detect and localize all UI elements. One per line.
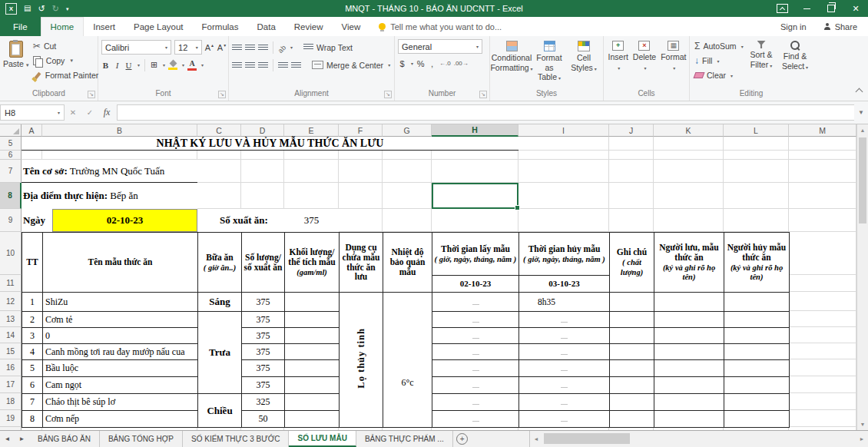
grid-cell[interactable] [383, 160, 432, 183]
cell-qty[interactable]: 50 [242, 411, 285, 428]
cell-qty[interactable]: 325 [242, 394, 285, 411]
grid-cell[interactable] [197, 183, 241, 209]
ribbon-display-options-icon[interactable] [770, 0, 794, 17]
cell-time-destroyed[interactable] [519, 328, 610, 344]
sheet-tab-so-luu-mau[interactable]: SỔ LƯU MẪU [289, 431, 356, 447]
row-header-13[interactable]: 13 [0, 311, 22, 327]
excel-logo-icon[interactable]: X [5, 3, 17, 15]
format-painter-button[interactable]: Format Painter [31, 68, 100, 82]
header-destroyer[interactable]: Người hủy mẫu thức ăn(ký và ghi rõ họ tê… [724, 233, 790, 293]
cell-time-taken[interactable] [432, 328, 519, 344]
grid-cell[interactable] [789, 343, 856, 359]
row-header-11[interactable]: 11 [0, 275, 22, 292]
header-keeper[interactable]: Người lưu, mẫu thức ăn(ký và ghi rõ họ t… [654, 233, 724, 293]
conditional-formatting-button[interactable]: Conditional Formatting▾ [493, 39, 530, 89]
percent-style-button[interactable]: % [416, 59, 425, 68]
comma-style-button[interactable]: , [428, 59, 436, 68]
scroll-down-icon[interactable]: ▼ [857, 419, 868, 430]
cell-note[interactable] [610, 411, 654, 428]
grid-cell[interactable] [654, 209, 724, 232]
header-volume[interactable]: Khối lượng/ thể tích mẫu(gam/ml) [285, 233, 340, 293]
cell-temperature[interactable]: 6°c [383, 293, 432, 428]
grid-cell[interactable] [789, 137, 856, 151]
grid-cell[interactable] [789, 183, 856, 209]
cell-meal-trua[interactable]: Trưa [198, 312, 242, 394]
number-format-select[interactable]: General▾ [398, 39, 482, 54]
sheet-title-cell[interactable]: NHẬT KÝ LƯU VÀ HỦY MẪU THỨC ĂN LƯU [22, 137, 518, 151]
grid-cell[interactable] [789, 209, 856, 232]
horizontal-scrollbar[interactable]: ◄ ► [529, 431, 868, 447]
orientation-button[interactable]: ab [278, 41, 286, 55]
grid-cell[interactable] [42, 151, 197, 160]
horizontal-scroll-thumb[interactable] [544, 433, 630, 444]
cell-tt[interactable]: 3 [22, 328, 43, 344]
cell-dish-name[interactable]: Cháo thịt bê súp lơ [43, 394, 198, 411]
cell-destroyer[interactable] [724, 312, 790, 328]
collapse-ribbon-button[interactable] [856, 84, 862, 98]
servings-label-cell[interactable]: Số xuất ăn: [198, 209, 284, 232]
sort-filter-button[interactable]: Sort & Filter▾ [745, 39, 777, 89]
italic-button[interactable]: I [113, 61, 121, 70]
tab-insert[interactable]: Insert [84, 17, 124, 36]
close-icon[interactable]: ✕ [843, 0, 868, 17]
grid-cell[interactable] [241, 183, 284, 209]
grid-cell[interactable] [339, 160, 383, 183]
grid-cell[interactable] [609, 209, 654, 232]
column-header-e[interactable]: E [284, 124, 339, 137]
grid-cell[interactable] [339, 209, 383, 232]
grid-cell[interactable] [654, 137, 724, 151]
sheet-tab-bang-bao-an[interactable]: BẢNG BÁO ĂN [29, 431, 100, 447]
cut-button[interactable]: ✂ Cut [31, 39, 100, 53]
restore-icon[interactable] [819, 0, 843, 17]
cell-time-taken[interactable] [432, 312, 519, 328]
cell-volume[interactable] [285, 394, 340, 411]
font-size-select[interactable]: 12▾ [174, 40, 202, 55]
sheet-nav-right-icon[interactable]: ► [15, 431, 29, 447]
cell-note[interactable] [610, 312, 654, 328]
grid-cell[interactable] [609, 151, 654, 160]
selected-cell-h8[interactable] [432, 183, 518, 209]
font-family-select[interactable]: Calibri▾ [101, 40, 171, 55]
accounting-format-button[interactable]: $ [398, 59, 406, 68]
cell-qty[interactable]: 375 [242, 377, 285, 394]
scroll-up-icon[interactable]: ▲ [857, 124, 868, 136]
cell-time-destroyed[interactable] [519, 411, 610, 428]
header-tt[interactable]: TT [22, 233, 43, 293]
clipboard-dialog-launcher-icon[interactable]: ↘ [88, 91, 95, 98]
grid-cell[interactable] [789, 376, 856, 393]
grid-cell[interactable] [284, 160, 339, 183]
cell-destroyer[interactable] [724, 360, 790, 377]
align-left-button[interactable] [232, 58, 242, 72]
grid-cell[interactable] [609, 183, 654, 209]
grow-font-button[interactable]: A▲ [205, 43, 214, 52]
grid-cell[interactable] [518, 183, 609, 209]
grid-cell[interactable] [609, 137, 654, 151]
clear-button[interactable]: Clear▾ [693, 68, 744, 82]
grid-cell[interactable] [518, 151, 609, 160]
row-header-7[interactable]: 7 [0, 160, 22, 183]
align-right-button[interactable] [258, 58, 268, 72]
cell-tt[interactable]: 8 [22, 411, 43, 428]
align-center-button[interactable] [245, 58, 255, 72]
grid-cell[interactable] [654, 183, 724, 209]
cell-keeper[interactable] [654, 344, 724, 360]
grid-cell[interactable] [789, 393, 856, 410]
column-header-i[interactable]: I [518, 124, 609, 137]
date-value-cell[interactable]: 02-10-23 [52, 209, 197, 232]
vertical-scrollbar[interactable]: ▲ ▼ [856, 124, 868, 430]
row-header-8[interactable]: 8 [0, 183, 22, 209]
column-header-m[interactable]: M [789, 124, 856, 137]
cell-qty[interactable]: 375 [242, 360, 285, 377]
row-header-5[interactable]: 5 [0, 137, 22, 151]
grid-cell[interactable] [724, 160, 789, 183]
cell-time-taken[interactable] [432, 394, 519, 411]
insert-function-icon[interactable]: fx [98, 107, 115, 118]
cell-tt[interactable]: 1 [22, 293, 43, 312]
column-header-l[interactable]: L [724, 124, 789, 137]
font-dialog-launcher-icon[interactable]: ↘ [218, 91, 226, 98]
cell-qty[interactable]: 375 [242, 312, 285, 328]
sheet-tab-bang-thuc-pham[interactable]: BẢNG THỰC PHẨM ... [356, 431, 453, 447]
scroll-left-icon[interactable]: ◄ [530, 436, 542, 442]
cell-time-taken[interactable] [432, 344, 519, 360]
align-bottom-button[interactable] [258, 41, 268, 55]
